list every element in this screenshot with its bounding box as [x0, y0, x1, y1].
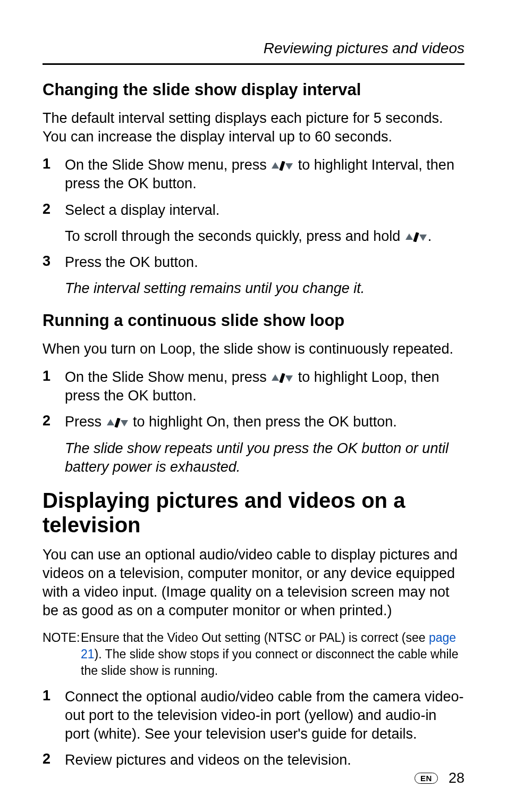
- svg-marker-3: [405, 233, 413, 240]
- svg-marker-5: [419, 235, 427, 241]
- note-label: NOTE:: [43, 630, 81, 679]
- list-item: 2 Press to highlight On, then press the …: [43, 413, 464, 431]
- svg-marker-8: [285, 375, 293, 382]
- step-text: Select a display interval.: [65, 201, 464, 220]
- step-text: Connect the optional audio/video cable f…: [65, 688, 464, 743]
- step-number: 2: [43, 201, 65, 220]
- section-heading-tv: Displaying pictures and videos on a tele…: [43, 488, 464, 537]
- section1-intro: The default interval setting displays ea…: [43, 109, 464, 146]
- up-down-arrow-icon: [271, 369, 294, 385]
- chapter-title: Reviewing pictures and videos: [43, 40, 464, 57]
- up-down-arrow-icon: [404, 228, 428, 244]
- step-text-pre: Press: [65, 414, 106, 430]
- list-item: 2 Select a display interval.: [43, 201, 464, 220]
- list-item: 3 Press the OK button.: [43, 253, 464, 272]
- svg-rect-1: [280, 161, 285, 171]
- note-post: ). The slide show stops if you connect o…: [81, 647, 458, 677]
- list-item: 1 Connect the optional audio/video cable…: [43, 688, 464, 743]
- step-number: 3: [43, 253, 65, 272]
- up-down-arrow-icon: [271, 157, 294, 173]
- step-text: On the Slide Show menu, press to highlig…: [65, 368, 464, 405]
- section-heading-interval: Changing the slide show display interval: [43, 80, 464, 99]
- svg-rect-4: [413, 232, 419, 242]
- step-text-pre: On the Slide Show menu, press: [65, 157, 271, 173]
- svg-marker-2: [285, 163, 293, 170]
- page-footer: EN 28: [415, 770, 464, 786]
- note-pre: Ensure that the Video Out setting (NTSC …: [81, 631, 429, 644]
- step-text: On the Slide Show menu, press to highlig…: [65, 156, 464, 193]
- step-text: Review pictures and videos on the televi…: [65, 751, 464, 769]
- svg-marker-6: [272, 374, 279, 381]
- scroll-hint-pre: To scroll through the seconds quickly, p…: [65, 228, 404, 244]
- language-badge: EN: [415, 773, 438, 784]
- list-item: 1 On the Slide Show menu, press to highl…: [43, 368, 464, 405]
- section2-intro: When you turn on Loop, the slide show is…: [43, 340, 464, 358]
- svg-rect-7: [280, 373, 285, 383]
- list-item: 1 On the Slide Show menu, press to highl…: [43, 156, 464, 193]
- section1-result: The interval setting remains until you c…: [65, 279, 464, 298]
- step-number: 1: [43, 368, 65, 405]
- step-number: 2: [43, 751, 65, 769]
- page-number: 28: [449, 770, 464, 786]
- scroll-hint-post: .: [428, 228, 432, 244]
- step-text: Press the OK button.: [65, 253, 464, 272]
- svg-marker-11: [121, 420, 128, 426]
- step-number: 1: [43, 156, 65, 193]
- note-body: Ensure that the Video Out setting (NTSC …: [81, 630, 464, 679]
- step-text: Press to highlight On, then press the OK…: [65, 413, 464, 431]
- step-text-pre: On the Slide Show menu, press: [65, 369, 271, 385]
- svg-marker-0: [272, 162, 279, 169]
- section-heading-loop: Running a continuous slide show loop: [43, 311, 464, 330]
- step-text-post: to highlight On, then press the OK butto…: [129, 414, 397, 430]
- svg-rect-10: [114, 418, 120, 428]
- section2-result: The slide show repeats until you press t…: [65, 439, 464, 476]
- step-number: 1: [43, 688, 65, 743]
- list-item: 2 Review pictures and videos on the tele…: [43, 751, 464, 769]
- header-divider: [43, 63, 464, 65]
- scroll-hint: To scroll through the seconds quickly, p…: [65, 227, 464, 246]
- section3-intro: You can use an optional audio/video cabl…: [43, 546, 464, 620]
- up-down-arrow-icon: [106, 414, 129, 430]
- step-number: 2: [43, 413, 65, 431]
- svg-marker-9: [107, 419, 114, 425]
- note: NOTE: Ensure that the Video Out setting …: [43, 630, 464, 679]
